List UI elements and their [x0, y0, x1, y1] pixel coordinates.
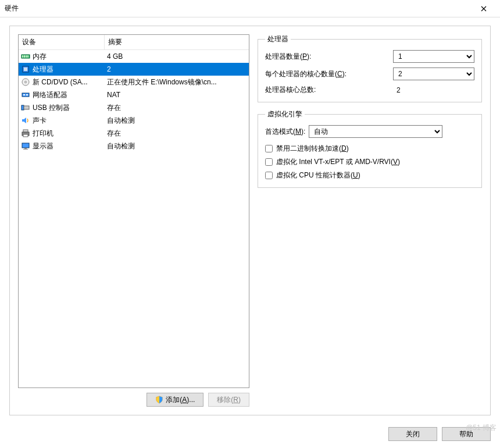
- columns: 设备 摘要 内存4 GB处理器2新 CD/DVD (SA...正在使用文件 E:…: [18, 34, 482, 407]
- hardware-header: 设备 摘要: [19, 35, 249, 50]
- svg-rect-18: [24, 148, 27, 149]
- chk-perf-counter[interactable]: [265, 172, 273, 179]
- titlebar: 硬件: [0, 0, 500, 17]
- svg-rect-12: [22, 105, 24, 110]
- svg-rect-6: [24, 67, 27, 71]
- device-name: 内存: [33, 52, 105, 62]
- device-name: 显示器: [33, 141, 105, 151]
- proc-total-label: 处理器核心总数:: [265, 85, 393, 95]
- svg-rect-10: [23, 94, 25, 95]
- cd-icon: [21, 77, 30, 87]
- col-device[interactable]: 设备: [19, 35, 105, 49]
- device-name: USB 控制器: [33, 103, 105, 113]
- device-summary: 4 GB: [105, 52, 247, 61]
- svg-rect-9: [22, 93, 29, 97]
- device-name: 网络适配器: [33, 90, 105, 100]
- col-summary[interactable]: 摘要: [105, 35, 249, 49]
- chk-vtx[interactable]: [265, 158, 273, 166]
- hardware-row[interactable]: 声卡自动检测: [19, 114, 249, 127]
- printer-icon: [21, 129, 30, 138]
- svg-rect-19: [23, 149, 28, 150]
- proc-cores-select[interactable]: 2: [393, 67, 474, 80]
- processor-legend: 处理器: [265, 34, 291, 44]
- hardware-list[interactable]: 设备 摘要 内存4 GB处理器2新 CD/DVD (SA...正在使用文件 E:…: [18, 34, 249, 388]
- chk-disable-binary[interactable]: [265, 145, 273, 152]
- hardware-row[interactable]: USB 控制器存在: [19, 101, 249, 114]
- content-area: 设备 摘要 内存4 GB处理器2新 CD/DVD (SA...正在使用文件 E:…: [0, 17, 500, 421]
- device-name: 处理器: [33, 65, 105, 74]
- chk-vtx-label[interactable]: 虚拟化 Intel VT-x/EPT 或 AMD-V/RVI(V): [276, 157, 400, 167]
- display-icon: [21, 141, 30, 151]
- help-button[interactable]: 帮助: [442, 427, 491, 441]
- proc-total-value: 2: [393, 86, 474, 94]
- device-summary: 自动检测: [105, 141, 247, 151]
- svg-rect-17: [22, 143, 29, 148]
- cpu-icon: [21, 65, 30, 74]
- network-icon: [21, 90, 30, 99]
- svg-rect-2: [24, 55, 25, 58]
- window-title: 硬件: [5, 3, 472, 13]
- hardware-row[interactable]: 新 CD/DVD (SA...正在使用文件 E:\Windows镜像\cn...: [19, 76, 249, 88]
- remove-button[interactable]: 移除(R): [208, 393, 249, 407]
- device-name: 声卡: [33, 116, 105, 126]
- proc-cores-label: 每个处理器的核心数量(C):: [265, 69, 393, 79]
- device-name: 打印机: [33, 129, 105, 138]
- settings-column: 处理器 处理器数量(P): 1 每个处理器的核心数量(C): 2 处理器核心总数…: [258, 34, 482, 407]
- svg-point-8: [25, 81, 27, 83]
- usb-icon: [21, 103, 30, 112]
- hardware-row[interactable]: 处理器2: [19, 63, 249, 76]
- svg-rect-4: [27, 55, 28, 58]
- dialog-buttons: 关闭 帮助: [0, 421, 500, 448]
- sound-icon: [21, 116, 30, 125]
- processor-group: 处理器 处理器数量(P): 1 每个处理器的核心数量(C): 2 处理器核心总数…: [258, 34, 482, 102]
- svg-rect-13: [24, 106, 29, 109]
- hardware-dialog: 硬件 设备 摘要 内存4 GB处理器2新 CD/DVD (SA...正在使用文件…: [0, 0, 500, 448]
- hardware-row[interactable]: 网络适配器NAT: [19, 88, 249, 101]
- svg-rect-16: [23, 134, 28, 137]
- device-summary: 自动检测: [105, 116, 247, 126]
- device-summary: 2: [105, 65, 247, 73]
- svg-rect-14: [23, 130, 28, 132]
- hardware-buttons: 添加(A)... 移除(R): [18, 393, 249, 407]
- add-button[interactable]: 添加(A)...: [147, 393, 203, 407]
- main-panel: 设备 摘要 内存4 GB处理器2新 CD/DVD (SA...正在使用文件 E:…: [9, 26, 491, 415]
- virt-mode-select[interactable]: 自动: [309, 125, 442, 138]
- virtualization-legend: 虚拟化引擎: [265, 109, 305, 119]
- device-summary: NAT: [105, 91, 247, 99]
- device-summary: 存在: [105, 103, 247, 113]
- virt-mode-label: 首选模式(M):: [265, 127, 305, 137]
- device-summary: 正在使用文件 E:\Windows镜像\cn...: [105, 77, 247, 87]
- chk-perf-counter-label[interactable]: 虚拟化 CPU 性能计数器(U): [276, 170, 360, 180]
- hardware-row[interactable]: 内存4 GB: [19, 50, 249, 63]
- virtualization-group: 虚拟化引擎 首选模式(M): 自动 禁用二进制转换加速(D) 虚拟化 Intel…: [258, 109, 482, 188]
- hardware-column: 设备 摘要 内存4 GB处理器2新 CD/DVD (SA...正在使用文件 E:…: [18, 34, 249, 407]
- svg-rect-11: [26, 94, 28, 95]
- svg-rect-1: [22, 55, 23, 58]
- close-button[interactable]: [472, 0, 495, 17]
- hardware-row[interactable]: 打印机存在: [19, 127, 249, 140]
- hardware-row[interactable]: 显示器自动检测: [19, 140, 249, 152]
- close-dialog-button[interactable]: 关闭: [388, 427, 437, 441]
- memory-icon: [21, 52, 30, 61]
- device-summary: 存在: [105, 129, 247, 138]
- chk-disable-binary-label[interactable]: 禁用二进制转换加速(D): [276, 144, 349, 154]
- close-icon: [481, 6, 487, 12]
- proc-count-label: 处理器数量(P):: [265, 52, 393, 62]
- device-name: 新 CD/DVD (SA...: [33, 77, 105, 87]
- proc-count-select[interactable]: 1: [393, 50, 474, 63]
- shield-icon: [155, 396, 163, 404]
- svg-rect-3: [26, 55, 27, 58]
